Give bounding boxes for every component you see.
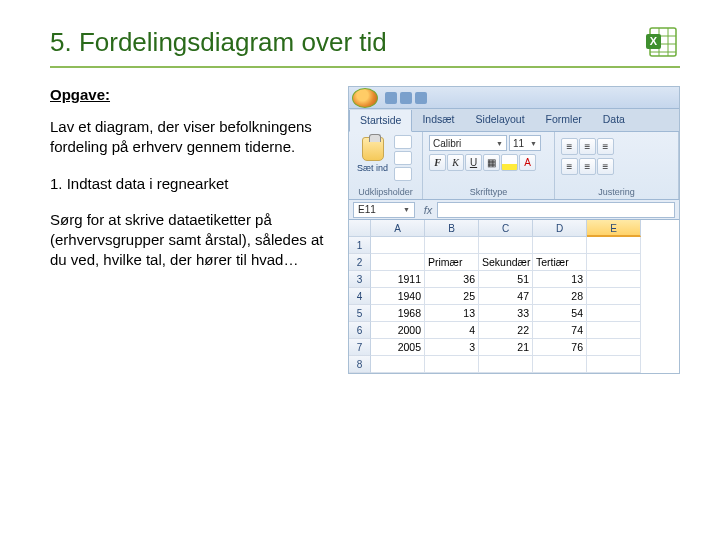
- cell[interactable]: 13: [533, 271, 587, 288]
- row-header[interactable]: 1: [349, 237, 371, 254]
- row-header[interactable]: 2: [349, 254, 371, 271]
- cell[interactable]: [587, 305, 641, 322]
- underline-button[interactable]: U: [465, 154, 482, 171]
- italic-button[interactable]: K: [447, 154, 464, 171]
- align-right-icon[interactable]: ≡: [597, 158, 614, 175]
- row-header[interactable]: 3: [349, 271, 371, 288]
- qat-redo-icon[interactable]: [415, 92, 427, 104]
- excel-window: StartsideIndsætSidelayoutFormlerData Sæt…: [348, 86, 680, 374]
- cell[interactable]: 1911: [371, 271, 425, 288]
- tab-formler[interactable]: Formler: [536, 109, 593, 131]
- group-label-clipboard: Udklipsholder: [355, 185, 416, 197]
- font-color-button[interactable]: A: [519, 154, 536, 171]
- border-button[interactable]: ▦: [483, 154, 500, 171]
- cell[interactable]: 74: [533, 322, 587, 339]
- clipboard-icon: [362, 137, 384, 161]
- quick-access-toolbar[interactable]: [381, 92, 431, 104]
- cell[interactable]: [479, 237, 533, 254]
- align-bottom-icon[interactable]: ≡: [597, 138, 614, 155]
- paste-button[interactable]: Sæt ind: [355, 135, 390, 175]
- cell[interactable]: 4: [425, 322, 479, 339]
- cell[interactable]: 33: [479, 305, 533, 322]
- cell[interactable]: [587, 356, 641, 373]
- cell[interactable]: 36: [425, 271, 479, 288]
- cell[interactable]: [425, 237, 479, 254]
- tab-sidelayout[interactable]: Sidelayout: [466, 109, 536, 131]
- col-header[interactable]: A: [371, 220, 425, 237]
- format-painter-icon[interactable]: [394, 167, 412, 181]
- cell[interactable]: Primær: [425, 254, 479, 271]
- cell[interactable]: 1968: [371, 305, 425, 322]
- fill-color-button[interactable]: [501, 154, 518, 171]
- cell[interactable]: [425, 356, 479, 373]
- cell[interactable]: [587, 288, 641, 305]
- cell[interactable]: 3: [425, 339, 479, 356]
- cell[interactable]: 21: [479, 339, 533, 356]
- cell[interactable]: 2005: [371, 339, 425, 356]
- row-header[interactable]: 5: [349, 305, 371, 322]
- cell[interactable]: 2000: [371, 322, 425, 339]
- qat-save-icon[interactable]: [385, 92, 397, 104]
- align-center-icon[interactable]: ≡: [579, 158, 596, 175]
- cell[interactable]: [479, 356, 533, 373]
- align-top-icon[interactable]: ≡: [561, 138, 578, 155]
- col-header[interactable]: C: [479, 220, 533, 237]
- cell[interactable]: [533, 356, 587, 373]
- cell[interactable]: [587, 339, 641, 356]
- fx-icon[interactable]: fx: [419, 204, 437, 216]
- worksheet[interactable]: ABCDE 12PrimærSekundærTertiær31911365113…: [349, 220, 679, 373]
- cell[interactable]: 13: [425, 305, 479, 322]
- cell[interactable]: [587, 322, 641, 339]
- row-header[interactable]: 4: [349, 288, 371, 305]
- row-header[interactable]: 8: [349, 356, 371, 373]
- row-header[interactable]: 7: [349, 339, 371, 356]
- col-header[interactable]: E: [587, 220, 641, 237]
- cell[interactable]: [371, 254, 425, 271]
- cell[interactable]: [371, 356, 425, 373]
- tab-indsæt[interactable]: Indsæt: [412, 109, 465, 131]
- ribbon-body: Sæt ind Udklipsholder Calibri▼: [349, 132, 679, 200]
- tab-data[interactable]: Data: [593, 109, 636, 131]
- chevron-down-icon: ▼: [496, 140, 503, 147]
- cell[interactable]: [587, 237, 641, 254]
- cell[interactable]: [533, 237, 587, 254]
- font-size-combo[interactable]: 11▼: [509, 135, 541, 151]
- cell[interactable]: [587, 254, 641, 271]
- cell[interactable]: 22: [479, 322, 533, 339]
- cell[interactable]: [371, 237, 425, 254]
- align-middle-icon[interactable]: ≡: [579, 138, 596, 155]
- slide-title: 5. Fordelingsdiagram over tid: [50, 27, 644, 58]
- cut-icon[interactable]: [394, 135, 412, 149]
- task-heading: Opgave:: [50, 86, 330, 103]
- col-header[interactable]: D: [533, 220, 587, 237]
- cell[interactable]: 25: [425, 288, 479, 305]
- cell[interactable]: 47: [479, 288, 533, 305]
- formula-input[interactable]: [437, 202, 675, 218]
- qat-undo-icon[interactable]: [400, 92, 412, 104]
- bold-button[interactable]: F: [429, 154, 446, 171]
- office-button[interactable]: [352, 88, 378, 108]
- select-all-corner[interactable]: [349, 220, 371, 237]
- font-name-combo[interactable]: Calibri▼: [429, 135, 507, 151]
- col-header[interactable]: B: [425, 220, 479, 237]
- cell[interactable]: Sekundær: [479, 254, 533, 271]
- row-header[interactable]: 6: [349, 322, 371, 339]
- cell[interactable]: 51: [479, 271, 533, 288]
- cell[interactable]: [587, 271, 641, 288]
- step-1: 1. Indtast data i regnearket: [50, 174, 330, 194]
- excel-logo-icon: X: [644, 24, 680, 60]
- cell[interactable]: 76: [533, 339, 587, 356]
- tab-startside[interactable]: Startside: [349, 110, 412, 132]
- group-font: Calibri▼ 11▼ F K U ▦ A Skrifttype: [423, 132, 555, 199]
- group-clipboard: Sæt ind Udklipsholder: [349, 132, 423, 199]
- name-box[interactable]: E11▼: [353, 202, 415, 218]
- cell[interactable]: 28: [533, 288, 587, 305]
- copy-icon[interactable]: [394, 151, 412, 165]
- cell[interactable]: Tertiær: [533, 254, 587, 271]
- align-left-icon[interactable]: ≡: [561, 158, 578, 175]
- cell[interactable]: 1940: [371, 288, 425, 305]
- ribbon-tabs: StartsideIndsætSidelayoutFormlerData: [349, 109, 679, 132]
- chevron-down-icon: ▼: [530, 140, 537, 147]
- cell[interactable]: 54: [533, 305, 587, 322]
- chevron-down-icon: ▼: [403, 206, 410, 213]
